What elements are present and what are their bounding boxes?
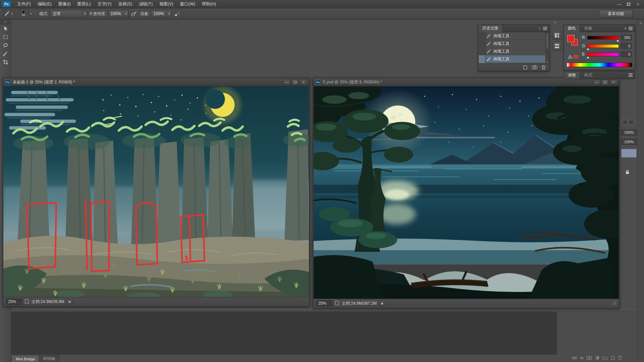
doc-close-button[interactable]: × (300, 79, 307, 85)
collapsed-panel-button-1[interactable] (552, 31, 561, 40)
marquee-tool[interactable] (0, 33, 11, 41)
doc-minimize-button[interactable]: — (283, 79, 290, 85)
history-row-selected[interactable]: 画笔工具 (479, 55, 545, 63)
chevron-down-icon[interactable]: ▾ (625, 26, 626, 30)
layers-filter-icon-2[interactable] (629, 120, 634, 124)
layer-effects-icon[interactable]: fx (580, 356, 584, 360)
menu-type[interactable]: 文字(Y) (94, 0, 115, 8)
app-minimize-button[interactable]: — (614, 0, 624, 8)
tool-preset-picker[interactable]: ▾ (3, 9, 15, 18)
canvas-area-right[interactable] (314, 86, 619, 299)
layer-fill-field[interactable]: 100% (621, 139, 637, 145)
status-options-button[interactable]: ▶ (379, 301, 385, 306)
link-layers-icon[interactable] (572, 356, 577, 360)
menu-layer[interactable]: 图层(L) (74, 0, 94, 8)
toolbar-collapse-button[interactable]: « (0, 19, 11, 24)
collapsed-panel-button-2[interactable] (552, 42, 561, 51)
gamut-color-swatch[interactable] (574, 55, 578, 58)
green-slider-handle[interactable] (587, 48, 589, 50)
new-document-from-state-button[interactable] (523, 65, 528, 71)
layer-opacity-field[interactable]: 100% (621, 129, 637, 135)
lasso-tool[interactable] (0, 41, 11, 50)
blue-value-field[interactable]: 0 (621, 52, 632, 57)
blend-mode-dropdown[interactable]: 正常 ▾ (50, 10, 88, 17)
green-slider-track[interactable] (587, 44, 619, 48)
panel-menu-icon[interactable] (629, 75, 633, 75)
document-window-untitled[interactable]: Ps 未标题-2 @ 25% (图层 2, RGB/8) * — × (3, 78, 310, 307)
panel-menu-icon[interactable] (629, 28, 633, 29)
adjustment-layer-icon[interactable] (595, 356, 599, 360)
blue-slider-handle[interactable] (587, 56, 589, 58)
chevron-down-icon[interactable]: ▾ (30, 12, 32, 15)
dock-collapse-icon[interactable]: » (539, 26, 541, 30)
delete-state-button[interactable] (541, 65, 546, 71)
tab-adjustments[interactable]: 调整 (564, 71, 580, 79)
tab-history[interactable]: 历史记录 (478, 25, 503, 32)
canvas-area-left[interactable] (3, 86, 309, 297)
history-source-checkbox[interactable] (479, 55, 485, 63)
layer-mask-icon[interactable] (587, 356, 592, 360)
panel-menu-icon[interactable] (543, 28, 547, 29)
red-slider-track[interactable] (587, 36, 619, 40)
app-close-button[interactable]: × (633, 0, 643, 8)
menu-help[interactable]: 帮助(H) (199, 0, 219, 8)
doc-restore-button[interactable] (601, 79, 609, 85)
history-source-checkbox[interactable] (479, 48, 485, 55)
menu-view[interactable]: 视图(V) (156, 0, 177, 8)
brush-preset-picker[interactable]: 10 (18, 9, 29, 18)
canvas-right-artwork[interactable] (314, 86, 619, 299)
menu-file[interactable]: 文件(F) (14, 0, 34, 8)
gamut-warning[interactable] (568, 55, 578, 59)
red-slider-handle[interactable] (616, 40, 619, 42)
history-row[interactable]: 画笔工具 (479, 32, 545, 40)
menu-image[interactable]: 图像(I) (55, 0, 74, 8)
color-spectrum-ramp[interactable] (567, 63, 632, 67)
doc-restore-button[interactable] (291, 79, 299, 85)
lock-icon[interactable] (625, 170, 630, 175)
zoom-level-field[interactable]: 25% (6, 299, 22, 305)
window-resize-grip[interactable] (612, 301, 616, 306)
history-row[interactable]: 画笔工具 (479, 48, 545, 55)
doc-minimize-button[interactable]: — (593, 79, 600, 85)
history-row[interactable]: 画笔工具 (479, 40, 545, 48)
crop-tool[interactable] (0, 58, 11, 66)
tab-styles[interactable]: 样式 (580, 71, 596, 79)
move-tool[interactable] (0, 24, 11, 33)
document-titlebar[interactable]: Ps E.psd @ 25% (图层 6, RGB/8#) * — × (313, 78, 619, 86)
zoom-level-field[interactable]: 25% (316, 300, 332, 306)
menu-window[interactable]: 窗口(W) (177, 0, 199, 8)
blue-slider-track[interactable] (587, 53, 619, 56)
layer-group-icon[interactable] (602, 356, 608, 360)
app-restore-button[interactable] (624, 0, 633, 8)
doc-close-button[interactable]: × (610, 79, 617, 85)
dock-collapse-chevrons[interactable]: « (637, 19, 644, 25)
brush-tool[interactable] (0, 50, 11, 58)
tab-color[interactable]: 颜色 (564, 25, 580, 32)
status-options-button[interactable]: ▶ (67, 299, 73, 304)
menu-select[interactable]: 选择(S) (115, 0, 136, 8)
history-scrollbar[interactable]: ▾ (545, 32, 549, 64)
workspace-switcher-button[interactable]: 基本功能 (599, 10, 633, 18)
pressure-opacity-toggle[interactable] (130, 10, 138, 18)
new-layer-icon[interactable] (611, 356, 615, 360)
green-value-field[interactable]: 0 (621, 43, 632, 49)
opacity-dropdown[interactable]: 100% ▾ (108, 10, 129, 17)
tab-timeline[interactable]: 时间轴 (39, 355, 59, 362)
scrollbar-thumb[interactable] (546, 33, 549, 49)
scroll-down-arrow-icon[interactable]: ▾ (546, 61, 549, 64)
mini-bridge-content[interactable] (11, 312, 557, 354)
canvas-left-artwork[interactable] (3, 86, 309, 297)
tab-swatches[interactable]: 色板 (580, 25, 596, 32)
layers-filter-icon[interactable] (623, 120, 628, 124)
selected-layer-row-edge[interactable] (621, 149, 637, 158)
airbrush-toggle[interactable] (173, 10, 181, 18)
document-titlebar[interactable]: Ps 未标题-2 @ 25% (图层 2, RGB/8) * — × (3, 78, 309, 86)
delete-layer-icon[interactable] (618, 356, 622, 360)
history-source-checkbox[interactable] (479, 32, 485, 40)
new-snapshot-button[interactable] (532, 65, 537, 70)
menu-edit[interactable]: 编辑(E) (34, 0, 55, 8)
red-value-field[interactable]: 255 (621, 35, 632, 40)
tab-mini-bridge[interactable]: Mini Bridge (11, 355, 40, 362)
menu-filter[interactable]: 滤镜(T) (136, 0, 156, 8)
dock-collapse-chevrons[interactable]: « (554, 20, 556, 24)
